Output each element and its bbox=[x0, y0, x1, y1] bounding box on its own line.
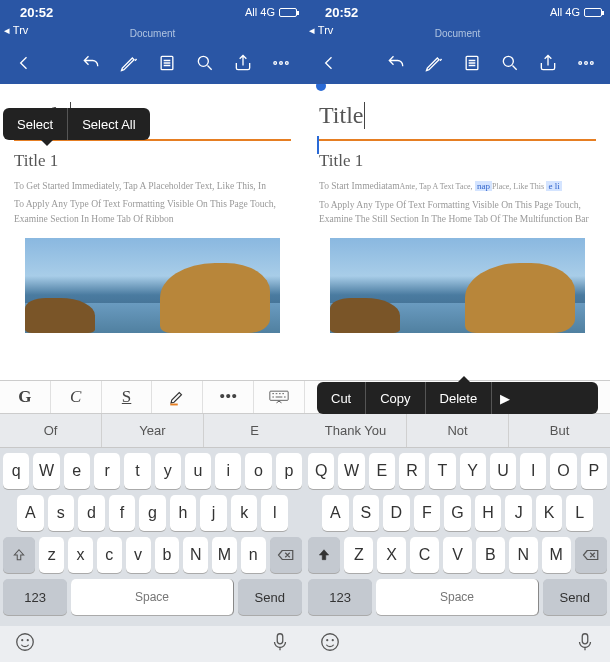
keyboard-toggle-icon[interactable] bbox=[254, 381, 305, 413]
ctx-delete[interactable]: Delete bbox=[426, 382, 493, 414]
outline-icon[interactable] bbox=[149, 45, 185, 81]
ctx-select[interactable]: Select bbox=[3, 108, 68, 140]
key-i[interactable]: I bbox=[520, 453, 546, 489]
back-icon[interactable] bbox=[311, 45, 347, 81]
ctx-cut[interactable]: Cut bbox=[317, 382, 366, 414]
key-h[interactable]: h bbox=[170, 495, 197, 531]
key-g[interactable]: G bbox=[444, 495, 471, 531]
document-area[interactable]: Title Title 1 To Start ImmediatamAnte, T… bbox=[305, 84, 610, 380]
edit-pen-icon[interactable] bbox=[416, 45, 452, 81]
ctx-more-arrow[interactable]: ▶ bbox=[492, 391, 518, 406]
search-icon[interactable] bbox=[492, 45, 528, 81]
key-f[interactable]: F bbox=[414, 495, 441, 531]
key-t[interactable]: t bbox=[124, 453, 150, 489]
key-r[interactable]: R bbox=[399, 453, 425, 489]
heading-1[interactable]: Title 1 bbox=[319, 151, 596, 171]
key-l[interactable]: l bbox=[261, 495, 288, 531]
key-y[interactable]: y bbox=[155, 453, 181, 489]
doc-title-text[interactable]: Title bbox=[319, 102, 365, 129]
key-i[interactable]: i bbox=[215, 453, 241, 489]
key-p[interactable]: P bbox=[581, 453, 607, 489]
key-m[interactable]: M bbox=[542, 537, 571, 573]
more-icon[interactable] bbox=[568, 45, 604, 81]
key-d[interactable]: D bbox=[383, 495, 410, 531]
key-v[interactable]: V bbox=[443, 537, 472, 573]
key-x[interactable]: X bbox=[377, 537, 406, 573]
share-icon[interactable] bbox=[225, 45, 261, 81]
send-key[interactable]: Send bbox=[543, 579, 607, 615]
body-para-2[interactable]: To Apply Any Type Of Text Formatting Vis… bbox=[14, 197, 291, 226]
more-icon[interactable] bbox=[263, 45, 299, 81]
emoji-icon[interactable] bbox=[14, 631, 36, 657]
share-icon[interactable] bbox=[530, 45, 566, 81]
key-q[interactable]: Q bbox=[308, 453, 334, 489]
key-n[interactable]: n bbox=[241, 537, 266, 573]
key-k[interactable]: k bbox=[231, 495, 258, 531]
key-a[interactable]: A bbox=[322, 495, 349, 531]
backspace-key[interactable] bbox=[575, 537, 607, 573]
mic-icon[interactable] bbox=[574, 631, 596, 657]
key-z[interactable]: Z bbox=[344, 537, 373, 573]
suggestion[interactable]: Of bbox=[0, 414, 102, 447]
key-u[interactable]: U bbox=[490, 453, 516, 489]
suggestion[interactable]: Not bbox=[407, 414, 509, 447]
shift-key[interactable] bbox=[308, 537, 340, 573]
key-s[interactable]: s bbox=[48, 495, 75, 531]
send-key[interactable]: Send bbox=[238, 579, 302, 615]
key-w[interactable]: W bbox=[33, 453, 59, 489]
key-k[interactable]: K bbox=[536, 495, 563, 531]
key-z[interactable]: z bbox=[39, 537, 64, 573]
suggestion[interactable]: But bbox=[509, 414, 610, 447]
key-j[interactable]: J bbox=[505, 495, 532, 531]
shift-key[interactable] bbox=[3, 537, 35, 573]
key-l[interactable]: L bbox=[566, 495, 593, 531]
suggestion[interactable]: Thank You bbox=[305, 414, 407, 447]
key-v[interactable]: v bbox=[126, 537, 151, 573]
key-s[interactable]: S bbox=[353, 495, 380, 531]
numeric-key[interactable]: 123 bbox=[3, 579, 67, 615]
backspace-key[interactable] bbox=[270, 537, 302, 573]
key-j[interactable]: j bbox=[200, 495, 227, 531]
key-c[interactable]: C bbox=[410, 537, 439, 573]
bold-button[interactable]: G bbox=[0, 381, 51, 413]
document-image[interactable] bbox=[330, 238, 585, 333]
key-r[interactable]: r bbox=[94, 453, 120, 489]
key-b[interactable]: b bbox=[155, 537, 180, 573]
highlight-button[interactable] bbox=[152, 381, 203, 413]
selection-handle-start[interactable] bbox=[316, 84, 326, 91]
more-format-button[interactable]: ••• bbox=[203, 381, 254, 413]
key-a[interactable]: A bbox=[17, 495, 44, 531]
suggestion[interactable]: Year bbox=[102, 414, 204, 447]
key-t[interactable]: T bbox=[429, 453, 455, 489]
key-n[interactable]: N bbox=[183, 537, 208, 573]
body-para-1[interactable]: To Get Started Immediately, Tap A Placeh… bbox=[14, 179, 291, 193]
key-n[interactable]: N bbox=[509, 537, 538, 573]
undo-icon[interactable] bbox=[73, 45, 109, 81]
undo-icon[interactable] bbox=[378, 45, 414, 81]
key-g[interactable]: g bbox=[139, 495, 166, 531]
heading-1[interactable]: Title 1 bbox=[14, 151, 291, 171]
key-o[interactable]: o bbox=[245, 453, 271, 489]
key-q[interactable]: q bbox=[3, 453, 29, 489]
document-area[interactable]: Select Select All Titale Title 1 To Get … bbox=[0, 84, 305, 380]
key-w[interactable]: W bbox=[338, 453, 364, 489]
emoji-icon[interactable] bbox=[319, 631, 341, 657]
mic-icon[interactable] bbox=[269, 631, 291, 657]
key-c[interactable]: c bbox=[97, 537, 122, 573]
key-m[interactable]: M bbox=[212, 537, 237, 573]
key-y[interactable]: Y bbox=[460, 453, 486, 489]
key-o[interactable]: O bbox=[550, 453, 576, 489]
key-d[interactable]: d bbox=[78, 495, 105, 531]
key-e[interactable]: e bbox=[64, 453, 90, 489]
ctx-select-all[interactable]: Select All bbox=[68, 108, 149, 140]
body-para-1[interactable]: To Start ImmediatamAnte, Tap A Text Tace… bbox=[319, 179, 596, 194]
document-image[interactable] bbox=[25, 238, 280, 333]
key-u[interactable]: u bbox=[185, 453, 211, 489]
key-f[interactable]: f bbox=[109, 495, 136, 531]
italic-button[interactable]: C bbox=[51, 381, 102, 413]
numeric-key[interactable]: 123 bbox=[308, 579, 372, 615]
ctx-copy[interactable]: Copy bbox=[366, 382, 425, 414]
search-icon[interactable] bbox=[187, 45, 223, 81]
space-key[interactable]: Space bbox=[71, 579, 233, 615]
key-p[interactable]: p bbox=[276, 453, 302, 489]
